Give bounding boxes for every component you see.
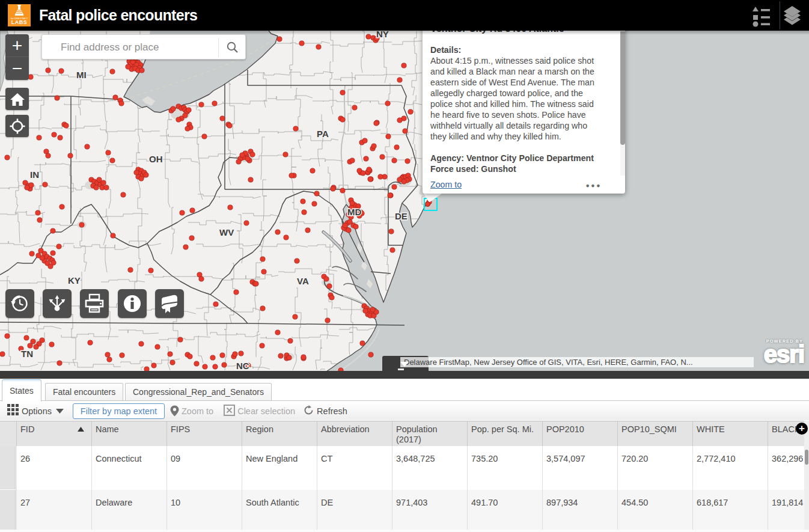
svg-text:MD: MD bbox=[347, 207, 361, 217]
svg-text:VA: VA bbox=[297, 276, 309, 286]
svg-text:PA: PA bbox=[317, 129, 329, 139]
svg-text:NC: NC bbox=[236, 361, 249, 371]
svg-text:WV: WV bbox=[219, 227, 234, 237]
svg-text:IN: IN bbox=[30, 170, 39, 180]
svg-text:TN: TN bbox=[21, 349, 33, 359]
svg-text:KY: KY bbox=[68, 275, 81, 286]
svg-text:DE: DE bbox=[395, 211, 408, 221]
svg-text:OH: OH bbox=[149, 154, 163, 164]
svg-text:MI: MI bbox=[76, 70, 87, 80]
